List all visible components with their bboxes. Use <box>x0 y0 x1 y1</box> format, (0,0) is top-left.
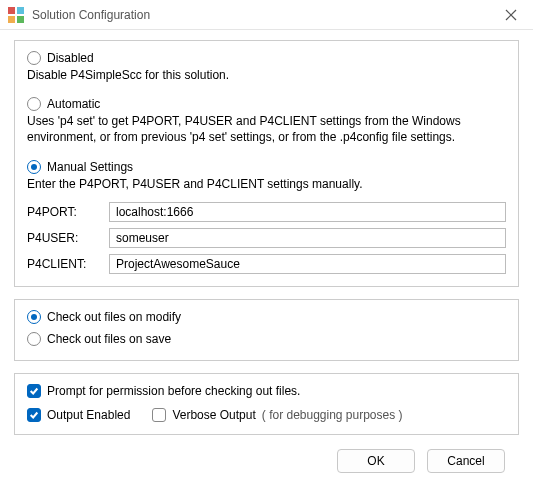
p4client-input[interactable] <box>109 254 506 274</box>
checkbox-verbose[interactable] <box>152 408 166 422</box>
field-p4user-row: P4USER: <box>27 228 506 248</box>
radio-checkout-modify[interactable] <box>27 310 41 324</box>
field-p4port-row: P4PORT: <box>27 202 506 222</box>
checkout-save-label: Check out files on save <box>47 332 171 346</box>
ok-button[interactable]: OK <box>337 449 415 473</box>
cancel-button[interactable]: Cancel <box>427 449 505 473</box>
p4client-label: P4CLIENT: <box>27 257 109 271</box>
window-title: Solution Configuration <box>32 8 150 22</box>
check-icon <box>29 386 39 396</box>
radio-manual[interactable] <box>27 160 41 174</box>
connection-group: Disabled Disable P4SimpleScc for this so… <box>14 40 519 287</box>
option-manual: Manual Settings Enter the P4PORT, P4USER… <box>27 160 506 274</box>
automatic-desc: Uses 'p4 set' to get P4PORT, P4USER and … <box>27 113 506 145</box>
app-icon <box>8 7 24 23</box>
disabled-desc: Disable P4SimpleScc for this solution. <box>27 67 506 83</box>
close-button[interactable] <box>489 0 533 30</box>
output-enabled-label: Output Enabled <box>47 408 130 422</box>
prompt-label: Prompt for permission before checking ou… <box>47 384 300 398</box>
verbose-label: Verbose Output <box>172 408 255 422</box>
checkbox-prompt[interactable] <box>27 384 41 398</box>
option-disabled: Disabled Disable P4SimpleScc for this so… <box>27 51 506 83</box>
p4port-label: P4PORT: <box>27 205 109 219</box>
verbose-hint: ( for debugging purposes ) <box>262 408 403 422</box>
close-icon <box>505 9 517 21</box>
p4user-label: P4USER: <box>27 231 109 245</box>
radio-checkout-save[interactable] <box>27 332 41 346</box>
p4port-input[interactable] <box>109 202 506 222</box>
radio-automatic[interactable] <box>27 97 41 111</box>
manual-desc: Enter the P4PORT, P4USER and P4CLIENT se… <box>27 176 506 192</box>
misc-group: Prompt for permission before checking ou… <box>14 373 519 435</box>
checkbox-output-enabled[interactable] <box>27 408 41 422</box>
radio-manual-label: Manual Settings <box>47 160 133 174</box>
content-area: Disabled Disable P4SimpleScc for this so… <box>0 30 533 483</box>
manual-fields: P4PORT: P4USER: P4CLIENT: <box>27 202 506 274</box>
field-p4client-row: P4CLIENT: <box>27 254 506 274</box>
radio-disabled-label: Disabled <box>47 51 94 65</box>
radio-automatic-label: Automatic <box>47 97 100 111</box>
titlebar: Solution Configuration <box>0 0 533 30</box>
radio-disabled[interactable] <box>27 51 41 65</box>
button-row: OK Cancel <box>14 447 519 473</box>
check-icon <box>29 410 39 420</box>
p4user-input[interactable] <box>109 228 506 248</box>
option-automatic: Automatic Uses 'p4 set' to get P4PORT, P… <box>27 97 506 145</box>
checkout-group: Check out files on modify Check out file… <box>14 299 519 361</box>
checkout-modify-label: Check out files on modify <box>47 310 181 324</box>
